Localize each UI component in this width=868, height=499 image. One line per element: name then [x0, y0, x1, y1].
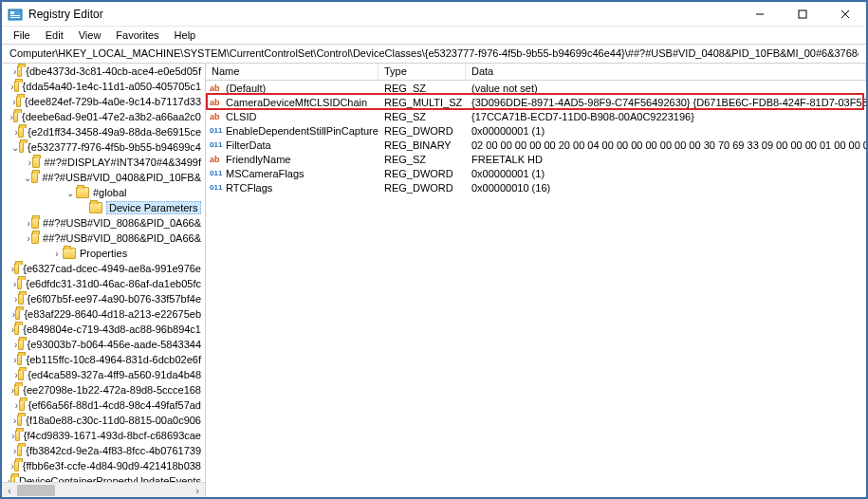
chevron-down-icon[interactable]	[11, 142, 19, 153]
tree-item-label: {e6f07b5f-ee97-4a90-b076-33f57bf4e	[28, 293, 202, 305]
list-row[interactable]: abFriendlyNameREG_SZFREETALK HD	[206, 152, 866, 166]
close-button[interactable]	[823, 2, 866, 27]
tree-item[interactable]: {e93003b7-b064-456e-aade-5843344	[2, 337, 205, 352]
tree-item-label: {e83af229-8640-4d18-a213-e22675eb	[24, 308, 201, 320]
chevron-down-icon[interactable]	[24, 173, 31, 183]
list-row[interactable]: ab(Default)REG_SZ(value not set)	[206, 81, 866, 95]
tree-item[interactable]: {fb3842cd-9e2a-4f83-8fcc-4b0761739	[2, 443, 205, 458]
menu-file[interactable]: File	[6, 28, 38, 43]
tree-item[interactable]: {dda54a40-1e4c-11d1-a050-405705c1	[2, 79, 205, 94]
tree-item[interactable]: {ed4ca589-327a-4ff9-a560-91da4b48	[2, 367, 205, 382]
folder-icon	[18, 339, 24, 350]
tree-item[interactable]: {f18a0e88-c30c-11d0-8815-00a0c906	[2, 413, 205, 428]
column-name[interactable]: Name	[206, 64, 379, 80]
value-name: CameraDeviceMftCLSIDChain	[226, 97, 367, 108]
tree-item[interactable]: {ee27098e-1b22-472a-89d8-5ccce168	[2, 382, 205, 397]
tree-item[interactable]: {e5323777-f976-4f5b-9b55-b94699c4	[2, 139, 205, 155]
column-type[interactable]: Type	[379, 64, 466, 80]
tree-item[interactable]: ##?#DISPLAY#INT3470#4&3499f	[2, 155, 205, 170]
menu-edit[interactable]: Edit	[38, 28, 71, 43]
tree-item-label: {e6dfdc31-31d0-46ac-86af-da1eb05fc	[26, 278, 201, 289]
scroll-left-icon[interactable]: ‹	[2, 483, 17, 498]
tree-item[interactable]: {dee824ef-729b-4a0e-9c14-b7117d33	[2, 94, 205, 109]
list-row[interactable]: 011MSCameraFlagsREG_DWORD0x00000001 (1)	[206, 166, 866, 180]
chevron-right-icon[interactable]	[51, 249, 63, 259]
minimize-button[interactable]	[738, 2, 781, 27]
menu-view[interactable]: View	[71, 28, 109, 43]
tree-item[interactable]: {ffbb6e3f-ccfe-4d84-90d9-421418b038	[2, 458, 205, 473]
folder-icon	[17, 415, 23, 426]
tree-item[interactable]: {dbe4373d-3c81-40cb-ace4-e0e5d05f	[2, 64, 205, 79]
menu-favorites[interactable]: Favorites	[108, 28, 166, 43]
value-name: (Default)	[226, 83, 266, 94]
tree-item[interactable]: {deebe6ad-9e01-47e2-a3b2-a66aa2c0	[2, 109, 205, 124]
tree-item[interactable]: {e6dfdc31-31d0-46ac-86af-da1eb05fc	[2, 276, 205, 291]
list-row[interactable]: 011EnableDependentStillPinCaptureREG_DWO…	[206, 123, 866, 138]
tree-item[interactable]: {ef66a56f-88d1-4cd8-98c4-49faf57ad	[2, 397, 205, 413]
tree-item[interactable]: #global	[2, 185, 205, 200]
chevron-right-icon[interactable]	[13, 416, 17, 426]
tree-item-label: {f18a0e88-c30c-11d0-8815-00a0c906	[26, 415, 201, 426]
folder-icon	[17, 278, 23, 289]
list-row[interactable]: 011FilterDataREG_BINARY02 00 00 00 00 00…	[206, 138, 866, 152]
list-row[interactable]: abCLSIDREG_SZ{17CCA71B-ECD7-11D0-B908-00…	[206, 109, 866, 123]
value-data: {3D096DDE-8971-4AD5-98F9-C74F56492630} {…	[466, 97, 866, 108]
value-data: {17CCA71B-ECD7-11D0-B908-00A0C9223196}	[466, 111, 866, 122]
folder-icon	[31, 232, 39, 244]
chevron-right-icon[interactable]	[14, 400, 18, 411]
folder-icon	[19, 141, 24, 153]
tree-h-scrollbar[interactable]: ‹ ›	[2, 482, 205, 497]
list-row[interactable]: 011RTCFlagsREG_DWORD0x00000010 (16)	[206, 180, 866, 194]
tree-item[interactable]: Device Parameters	[2, 200, 205, 215]
tree-item[interactable]: {e83af229-8640-4d18-a213-e22675eb	[2, 306, 205, 322]
folder-icon	[18, 293, 24, 305]
tree-item-label: {eb115ffc-10c8-4964-831d-6dcb02e6f	[26, 354, 201, 365]
tree-item[interactable]: {f4cd9839-1671-493d-8bcf-c68693cae	[2, 428, 205, 443]
tree-view[interactable]: {dbe4373d-3c81-40cb-ace4-e0e5d05f{dda54a…	[2, 64, 205, 482]
value-data: FREETALK HD	[466, 154, 866, 165]
value-name: MSCameraFlags	[226, 168, 305, 179]
string-value-icon: ab	[210, 112, 223, 121]
menu-help[interactable]: Help	[167, 28, 204, 43]
tree-item[interactable]: DeviceContainerPropertyUpdateEvents	[2, 473, 205, 482]
list-body[interactable]: ab(Default)REG_SZ(value not set)abCamera…	[206, 81, 866, 497]
value-data: 0x00000001 (1)	[466, 168, 866, 179]
address-input[interactable]	[8, 46, 860, 60]
tree-item-label: {fb3842cd-9e2a-4f83-8fcc-4b0761739	[26, 445, 201, 456]
folder-icon	[19, 399, 25, 411]
chevron-right-icon[interactable]	[14, 294, 18, 305]
maximize-button[interactable]	[781, 2, 823, 27]
tree-item-label: ##?#USB#VID_8086&PID_0A66&	[43, 217, 201, 229]
tree-item[interactable]: ##?#USB#VID_0408&PID_10FB&	[2, 170, 205, 185]
chevron-down-icon[interactable]	[65, 188, 76, 198]
tree-item[interactable]: ##?#USB#VID_8086&PID_0A66&	[2, 215, 205, 231]
value-data: (value not set)	[466, 83, 866, 94]
tree-item-label: ##?#USB#VID_8086&PID_0A66&	[43, 232, 201, 244]
list-pane: Name Type Data ab(Default)REG_SZ(value n…	[206, 64, 866, 497]
folder-icon	[63, 248, 76, 259]
chevron-right-icon[interactable]	[14, 340, 18, 350]
value-type: REG_MULTI_SZ	[379, 97, 466, 108]
tree-item[interactable]: {e6327cad-dcec-4949-ae8a-991e976e	[2, 261, 205, 276]
scroll-track[interactable]	[17, 483, 190, 498]
folder-icon	[13, 111, 18, 122]
folder-icon	[14, 263, 19, 274]
binary-value-icon: 011	[210, 126, 223, 135]
column-data[interactable]: Data	[466, 64, 866, 80]
scroll-thumb[interactable]	[17, 485, 55, 496]
tree-pane: {dbe4373d-3c81-40cb-ace4-e0e5d05f{dda54a…	[2, 64, 206, 497]
tree-item[interactable]: {e849804e-c719-43d8-ac88-96b894c1	[2, 322, 205, 337]
tree-item-label: {f4cd9839-1671-493d-8bcf-c68693cae	[24, 430, 201, 441]
tree-item[interactable]: {eb115ffc-10c8-4964-831d-6dcb02e6f	[2, 352, 205, 367]
value-name: FilterData	[226, 139, 271, 151]
tree-item[interactable]: ##?#USB#VID_8086&PID_0A66&	[2, 231, 205, 246]
scroll-right-icon[interactable]: ›	[190, 483, 205, 498]
chevron-right-icon[interactable]	[13, 66, 17, 77]
tree-item[interactable]: {e2d1ff34-3458-49a9-88da-8e6915ce	[2, 124, 205, 139]
folder-icon	[18, 369, 24, 380]
list-row[interactable]: abCameraDeviceMftCLSIDChainREG_MULTI_SZ{…	[206, 95, 866, 109]
window-titlebar: Registry Editor	[2, 2, 866, 27]
svg-rect-1	[10, 11, 14, 14]
tree-item[interactable]: {e6f07b5f-ee97-4a90-b076-33f57bf4e	[2, 291, 205, 306]
tree-item[interactable]: Properties	[2, 246, 205, 261]
